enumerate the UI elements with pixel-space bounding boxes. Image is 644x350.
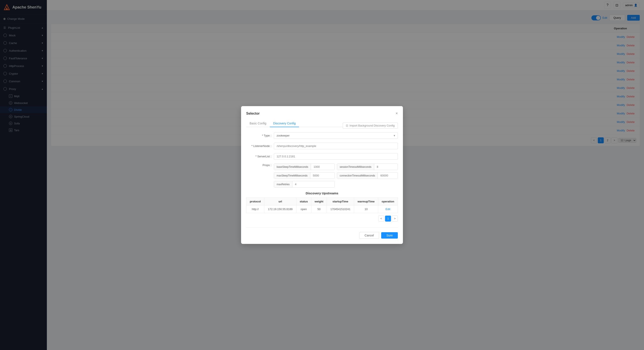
props-label: Props : [246,164,274,167]
sure-button[interactable]: Sure [381,232,398,239]
prop-max-sleep: maxSleepTimeMilliseconds [274,172,335,179]
server-list-row: * ServerList : [246,153,398,160]
upstream-pagination: < 1 > [246,213,398,224]
prop-key-connection-timeout: connectionTimeoutMilliseconds [337,173,378,178]
upstream-operation: Edit [378,205,398,213]
selector-modal: Selector × Basic Config Discovery Config… [241,106,403,244]
col-warmup-time: warmupTime [354,198,378,205]
prop-max-retries: maxRetries [274,181,335,187]
col-status: status [296,198,311,205]
upstream-next-btn[interactable]: > [392,216,398,222]
upstream-warmup-time: 10 [354,205,378,213]
modal-tabs: Basic Config Discovery Config [246,120,343,127]
upstream-row: http:// 172.19.150.55:8189 open 50 17045… [246,205,398,213]
listener-node-row: * ListenerNode : [246,143,398,149]
prop-val-session-timeout[interactable] [374,164,398,170]
type-select[interactable]: zookeeper eureka nacos [274,132,398,139]
modal-overlay[interactable]: Selector × Basic Config Discovery Config… [0,0,644,350]
upstream-weight: 50 [311,205,327,213]
modal-title: Selector [246,112,260,116]
type-row: * Type : zookeeper eureka nacos ▼ [246,132,398,139]
server-list-label: * ServerList : [246,155,274,158]
prop-val-connection-timeout[interactable] [378,173,398,178]
upstream-page1-btn[interactable]: 1 [385,216,391,222]
col-operation: operation [378,198,398,205]
prop-key-max-sleep: maxSleepTimeMilliseconds [274,173,310,178]
upstream-edit-link[interactable]: Edit [386,207,390,211]
prop-connection-timeout: connectionTimeoutMilliseconds [337,172,398,179]
type-select-wrap: zookeeper eureka nacos ▼ [274,132,398,139]
prop-val-max-sleep[interactable] [310,173,335,178]
prop-key-max-retries: maxRetries [274,181,292,187]
modal-footer: Cancel Sure [246,227,398,239]
listener-node-label: * ListenerNode : [246,144,274,148]
upstreams-table: protocol url status weight startupTime w… [246,197,398,213]
tab-basic-config[interactable]: Basic Config [246,120,270,127]
upstream-status: open [296,205,311,213]
upstream-startup-time: 1704541510241 [327,205,354,213]
prop-val-max-retries[interactable] [292,181,334,187]
server-list-input[interactable] [274,153,398,160]
modal-header: Selector × [246,111,398,116]
import-config-button[interactable]: ⊡ Import Background Discovery Config [343,123,398,129]
col-protocol: protocol [246,198,264,205]
upstream-protocol: http:// [246,205,264,213]
props-grid-area: baseSleepTimeMilliseconds sessionTimeout… [274,164,398,187]
props-grid: baseSleepTimeMilliseconds sessionTimeout… [274,164,398,187]
prop-base-sleep: baseSleepTimeMilliseconds [274,164,335,170]
import-btn-label: Import Background Discovery Config [350,124,394,127]
upstream-url: 172.19.150.55:8189 [264,205,296,213]
tab-discovery-config[interactable]: Discovery Config [270,120,299,127]
col-weight: weight [311,198,327,205]
import-icon: ⊡ [346,124,348,127]
prop-val-base-sleep[interactable] [311,164,335,170]
prop-session-timeout: sessionTimeoutMilliseconds [337,164,398,170]
listener-node-input[interactable] [274,143,398,149]
prop-key-base-sleep: baseSleepTimeMilliseconds [274,164,311,170]
props-row: Props : baseSleepTimeMilliseconds sessio… [246,164,398,187]
prop-key-session-timeout: sessionTimeoutMilliseconds [337,164,374,170]
type-label: * Type : [246,134,274,137]
cancel-button[interactable]: Cancel [359,232,379,239]
upstream-prev-btn[interactable]: < [378,216,384,222]
modal-close-button[interactable]: × [396,111,398,116]
col-url: url [264,198,296,205]
upstreams-title: Discovery Upstreams [246,191,398,195]
col-startup-time: startupTime [327,198,354,205]
upstreams-section: Discovery Upstreams protocol url status … [246,191,398,224]
